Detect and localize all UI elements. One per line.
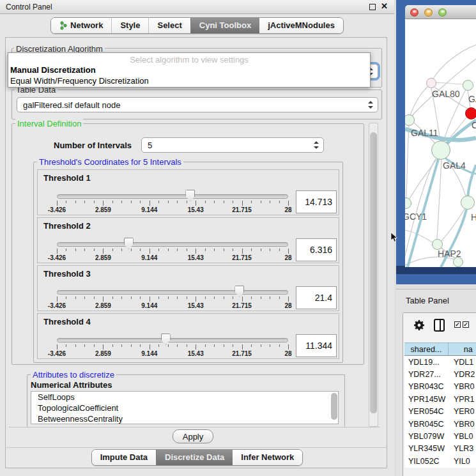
- table-cell[interactable]: YPR1: [451, 393, 476, 405]
- table-cell[interactable]: YER0: [451, 406, 476, 418]
- tab-cyni-toolbox[interactable]: Cyni Toolbox: [190, 18, 259, 33]
- tick-mark: [251, 201, 252, 203]
- tick-label: 15.43: [188, 254, 204, 261]
- table-header-shared[interactable]: shared...: [404, 343, 449, 355]
- tick-mark: [288, 344, 289, 349]
- numerical-attributes-list[interactable]: SelfLoops TopologicalCoefficient Between…: [31, 391, 339, 424]
- threshold-value-field[interactable]: 6.316: [296, 238, 337, 261]
- slider-thumb[interactable]: [234, 286, 244, 297]
- slider-track[interactable]: [57, 338, 288, 342]
- scrollbar-thumb[interactable]: [370, 132, 377, 413]
- table-cell[interactable]: YBR0: [451, 381, 476, 393]
- apply-button[interactable]: Apply: [173, 429, 213, 443]
- table-cell[interactable]: YLR345W: [404, 443, 451, 455]
- table-row[interactable]: YBR045CYBR0: [404, 418, 476, 430]
- tab-infer-network[interactable]: Infer Network: [233, 450, 302, 465]
- tick-label: 28: [284, 350, 291, 357]
- slider-ticks: -3.4262.8599.14415.4321.71528: [57, 249, 288, 261]
- table-data-combobox[interactable]: galFiltered.sif default node: [17, 97, 378, 112]
- network-node-label: GA: [468, 94, 476, 104]
- table-row[interactable]: YER054CYER0: [404, 406, 476, 418]
- table-cell[interactable]: YBL079W: [404, 430, 451, 442]
- table-header-name[interactable]: na: [449, 343, 476, 355]
- checkbox-icon[interactable]: ✓: [463, 321, 469, 328]
- threshold-value-field[interactable]: 14.713: [296, 190, 337, 213]
- settings-gear-icon[interactable]: [413, 319, 425, 331]
- minimize-button[interactable]: [424, 8, 433, 17]
- close-icon[interactable]: ✕: [381, 1, 388, 11]
- vertical-scrollbar[interactable]: [369, 123, 378, 427]
- network-window-titlebar[interactable]: [405, 5, 476, 19]
- tick-mark: [177, 344, 178, 347]
- tick-mark: [261, 249, 261, 251]
- column-chooser-icon[interactable]: [434, 319, 445, 332]
- table-cell[interactable]: YDL1: [451, 356, 476, 368]
- slider-track[interactable]: [57, 194, 288, 199]
- table-row[interactable]: YDR27...YDR2: [404, 368, 476, 380]
- network-canvas[interactable]: GAL80GACGAL11GAL4GCY1HHAP2: [405, 19, 476, 267]
- slider-thumb[interactable]: [124, 238, 134, 249]
- network-node[interactable]: [463, 80, 473, 91]
- tick-mark: [112, 249, 113, 251]
- checkbox-icon[interactable]: ✓: [454, 321, 461, 328]
- table-cell[interactable]: YER054C: [404, 406, 451, 418]
- table-cell[interactable]: YDR2: [451, 368, 476, 380]
- table-row[interactable]: YIL052CYIL0: [404, 455, 476, 467]
- tick-mark: [131, 296, 132, 299]
- list-item[interactable]: TopologicalCoefficient: [31, 403, 338, 413]
- tick-mark: [150, 296, 150, 302]
- network-node[interactable]: [426, 78, 436, 88]
- tab-select[interactable]: Select: [148, 18, 190, 33]
- tab-jactivemnodules[interactable]: jActiveMNodules: [259, 18, 343, 33]
- table-row[interactable]: YPR145WYPR1: [404, 393, 476, 405]
- network-node[interactable]: [453, 257, 463, 267]
- tick-label: 21.715: [232, 206, 252, 213]
- slider-thumb[interactable]: [161, 334, 171, 345]
- dropdown-item-manual-discretization[interactable]: Manual Discretization: [8, 65, 370, 75]
- tick-mark: [233, 296, 233, 299]
- network-node[interactable]: [431, 141, 450, 160]
- list-item[interactable]: BetweennessCentrality: [31, 413, 338, 424]
- tab-style[interactable]: Style: [111, 18, 148, 33]
- threshold-value-field[interactable]: 11.344: [296, 334, 337, 357]
- tab-label: Select: [157, 20, 181, 30]
- network-node-label: GAL80: [432, 89, 460, 99]
- table-cell[interactable]: YBL0: [451, 430, 476, 442]
- divider: [9, 427, 380, 427]
- table-cell[interactable]: YPR145W: [404, 393, 451, 405]
- float-window-icon[interactable]: [369, 4, 376, 10]
- table-cell[interactable]: YIL052C: [404, 455, 451, 467]
- table-panel-box: ✓ ✓ shared... na YDL19...YDL1YDR27...YDR…: [403, 312, 476, 476]
- network-node[interactable]: [432, 239, 443, 250]
- table-row[interactable]: YDL19...YDL1: [404, 356, 476, 368]
- list-scrollbar[interactable]: [331, 393, 337, 420]
- zoom-button[interactable]: [438, 8, 447, 17]
- tab-discretize-data[interactable]: Discretize Data: [156, 450, 233, 465]
- table-header-row: shared... na: [404, 342, 476, 356]
- table-cell[interactable]: YBR045C: [404, 418, 451, 430]
- close-button[interactable]: [410, 8, 418, 17]
- table-row[interactable]: YBL079WYBL0: [404, 430, 476, 442]
- tab-network[interactable]: Network: [51, 18, 111, 33]
- network-node[interactable]: [465, 107, 476, 119]
- tick-mark: [224, 249, 224, 251]
- table-cell[interactable]: YDR27...: [404, 368, 451, 380]
- dropdown-item-equal-width-frequency[interactable]: Equal Width/Frequency Discretization: [8, 75, 370, 86]
- threshold-value-field[interactable]: 21.4: [296, 286, 337, 309]
- table-cell[interactable]: YDL19...: [404, 356, 451, 368]
- tick-label: -3.426: [48, 302, 66, 309]
- table-cell[interactable]: YBR043C: [404, 381, 451, 393]
- network-node[interactable]: [461, 196, 475, 210]
- slider-thumb[interactable]: [185, 190, 195, 201]
- slider-track[interactable]: [57, 290, 288, 295]
- table-row[interactable]: YBR043CYBR0: [404, 381, 476, 393]
- slider-track[interactable]: [57, 242, 288, 247]
- table-cell[interactable]: YBR0: [451, 418, 476, 430]
- table-row[interactable]: YLR345WYLR3: [404, 443, 476, 455]
- num-intervals-combobox[interactable]: 5: [141, 137, 324, 153]
- table-cell[interactable]: YLR3: [451, 443, 476, 455]
- tab-impute-data[interactable]: Impute Data: [92, 450, 156, 465]
- tick-mark: [131, 201, 132, 203]
- list-item[interactable]: SelfLoops: [31, 392, 338, 403]
- table-cell[interactable]: YIL0: [451, 455, 476, 467]
